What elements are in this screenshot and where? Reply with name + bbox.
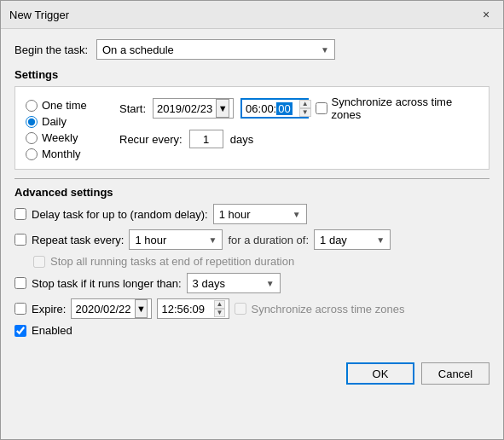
repeat-row: Repeat task every: 1 hour ▼ for a durati… [14,229,490,250]
daily-option[interactable]: Daily [26,115,102,128]
ok-button[interactable]: OK [346,362,414,385]
enabled-label: Enabled [32,324,72,337]
enabled-checkbox[interactable] [14,325,26,337]
expire-calendar-button[interactable]: ▼ [135,299,148,318]
time-selected: 00 [276,102,292,115]
dialog-title: New Trigger [9,9,69,21]
delay-dropdown-arrow: ▼ [293,210,301,219]
expire-spin-down-icon[interactable]: ▼ [214,309,226,317]
sync-row: Synchronize across time zones [316,96,478,121]
close-button[interactable]: × [478,6,495,23]
stop-longer-row: Stop task if it runs longer than: 3 days… [14,273,490,293]
one-time-option[interactable]: One time [26,99,102,112]
duration-dropdown[interactable]: 1 day ▼ [314,229,391,250]
delay-dropdown[interactable]: 1 hour ▼ [213,204,307,224]
new-trigger-dialog: New Trigger × Begin the task: On a sched… [0,0,504,440]
settings-section-label: Settings [14,68,490,81]
begin-task-label: Begin the task: [14,43,88,56]
time-prefix: 06:00: [246,102,276,115]
repeat-dropdown[interactable]: 1 hour ▼ [129,229,223,250]
expire-checkbox[interactable] [14,303,26,315]
repeat-value: 1 hour [135,234,166,246]
stop-longer-dropdown-arrow: ▼ [266,279,275,288]
start-time-input[interactable]: 06:00:00 ▲ ▼ [240,98,309,119]
start-label: Start: [119,102,146,115]
recur-input[interactable]: 1 [189,130,223,148]
dropdown-arrow-icon: ▼ [321,45,329,55]
delay-row: Delay task for up to (random delay): 1 h… [14,204,490,224]
delay-checkbox[interactable] [14,208,26,220]
daily-label: Daily [42,115,67,128]
expire-sync-checkbox[interactable] [235,303,246,315]
enabled-row: Enabled [14,324,490,337]
expire-sync-row: Synchronize across time zones [235,303,404,316]
repeat-checkbox[interactable] [14,234,26,246]
stop-longer-label: Stop task if it runs longer than: [32,277,182,290]
cancel-button[interactable]: Cancel [421,362,490,385]
settings-inner: One time Daily Weekly Monthly [26,96,478,160]
begin-task-value: On a schedule [102,43,174,56]
expire-time-input[interactable]: 12:56:09 ▲ ▼ [157,298,229,319]
expire-time-spinner[interactable]: ▲ ▼ [214,300,226,317]
stop-longer-value: 3 days [193,277,225,290]
monthly-option[interactable]: Monthly [26,148,102,160]
expire-time-value: 12:56:09 [161,303,205,316]
expire-date-value: 2020/02/22 [75,303,130,316]
begin-task-row: Begin the task: On a schedule ▼ [14,39,490,60]
daily-radio[interactable] [26,116,38,128]
expire-row: Expire: 2020/02/22 ▼ 12:56:09 ▲ ▼ Synchr… [14,298,490,319]
recur-unit: days [230,133,253,146]
weekly-radio[interactable] [26,132,38,144]
start-row: Start: 2019/02/23 ▼ 06:00:00 ▲ ▼ [119,96,478,121]
advanced-settings-label: Advanced settings [14,186,490,199]
stop-repetition-label: Stop all running tasks at end of repetit… [50,255,294,268]
one-time-label: One time [42,99,87,112]
settings-box: One time Daily Weekly Monthly [14,86,490,170]
weekly-label: Weekly [42,131,78,144]
sync-timezone-checkbox[interactable] [316,102,327,114]
stop-repetition-row: Stop all running tasks at end of repetit… [14,255,490,268]
time-spinner[interactable]: ▲ ▼ [299,100,311,117]
expire-date-input[interactable]: 2020/02/22 ▼ [71,298,152,319]
start-date-value: 2019/02/23 [157,102,212,115]
duration-value: 1 day [320,234,347,246]
schedule-types: One time Daily Weekly Monthly [26,96,102,160]
repeat-dropdown-arrow: ▼ [208,235,217,245]
dialog-body: Begin the task: On a schedule ▼ Settings… [1,29,503,354]
advanced-settings-section: Advanced settings Delay task for up to (… [14,178,490,337]
begin-task-dropdown[interactable]: On a schedule ▼ [96,39,335,60]
repeat-label: Repeat task every: [32,234,124,246]
stop-repetition-checkbox[interactable] [33,256,45,268]
sync-timezone-label: Synchronize across time zones [332,96,479,121]
title-bar: New Trigger × [1,1,503,29]
duration-dropdown-arrow: ▼ [376,235,385,245]
expire-spin-up-icon[interactable]: ▲ [214,300,226,309]
delay-value: 1 hour [219,208,251,221]
weekly-option[interactable]: Weekly [26,131,102,144]
stop-longer-checkbox[interactable] [14,277,26,289]
dialog-footer: OK Cancel [1,354,503,395]
time-inner: 06:00:00 [246,102,293,115]
monthly-label: Monthly [42,148,81,160]
calendar-button[interactable]: ▼ [216,99,229,118]
expire-label: Expire: [32,303,66,316]
for-duration-label: for a duration of: [228,234,309,246]
recur-label: Recur every: [119,133,182,146]
one-time-radio[interactable] [26,100,38,112]
expire-sync-label: Synchronize across time zones [251,303,404,316]
stop-longer-dropdown[interactable]: 3 days ▼ [187,273,281,293]
schedule-right: Start: 2019/02/23 ▼ 06:00:00 ▲ ▼ [119,96,478,160]
spin-up-icon[interactable]: ▲ [299,100,311,108]
delay-label: Delay task for up to (random delay): [32,208,208,221]
start-date-input[interactable]: 2019/02/23 ▼ [153,98,234,119]
monthly-radio[interactable] [26,148,38,160]
spin-down-icon[interactable]: ▼ [299,108,311,117]
recur-row: Recur every: 1 days [119,130,478,148]
